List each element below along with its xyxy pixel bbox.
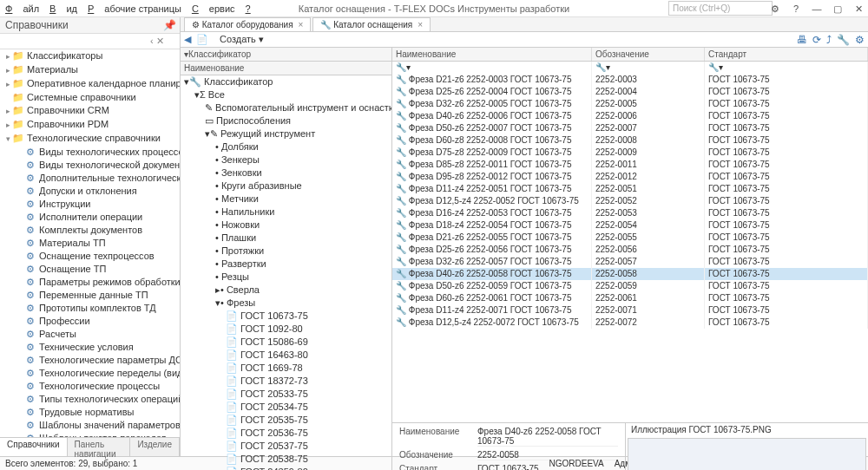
class-node[interactable]: 📄 ГОСТ 20535-75: [181, 414, 391, 427]
grid-row[interactable]: 🔧 Фреза D11-z4 2252-0071 ГОСТ 10673-7522…: [392, 304, 868, 317]
settings-icon[interactable]: ⚙: [769, 3, 781, 15]
tool2-icon[interactable]: ⚙: [855, 34, 865, 46]
tree-node[interactable]: ⚙ Типы технологических операций: [0, 393, 180, 406]
class-node[interactable]: ▾Σ Все: [181, 88, 391, 101]
grid-row[interactable]: 🔧 Фреза D60-z8 2252-0008 ГОСТ 10673-7522…: [392, 134, 868, 147]
doc-tab[interactable]: 🔧 Каталог оснащения×: [312, 17, 431, 31]
grid-row[interactable]: 🔧 Фреза D32-z6 2252-0005 ГОСТ 10673-7522…: [392, 98, 868, 110]
tree-node[interactable]: ⚙ Трудовые нормативы: [0, 406, 180, 419]
grid-col-header[interactable]: Стандарт: [705, 48, 868, 61]
class-node[interactable]: ▾🔧 Классификатор: [181, 75, 391, 88]
left-tab[interactable]: Изделие: [130, 438, 180, 456]
tree-node[interactable]: ⚙ Параметры режимов обработки: [0, 276, 180, 289]
grid-header[interactable]: НаименованиеОбозначениеСтандарт: [392, 48, 868, 62]
tree-node[interactable]: ▸📁 Справочники PDM: [0, 118, 180, 132]
class-node[interactable]: 📄 ГОСТ 20536-75: [181, 427, 391, 440]
class-node[interactable]: 📄 ГОСТ 20538-75: [181, 453, 391, 466]
grid-row[interactable]: 🔧 Фреза D25-z6 2252-0004 ГОСТ 10673-7522…: [392, 86, 868, 98]
class-node[interactable]: 📄 ГОСТ 15086-69: [181, 336, 391, 349]
class-node[interactable]: 📄 ГОСТ 20534-75: [181, 401, 391, 414]
left-tab[interactable]: Справочники: [0, 438, 68, 456]
filter-clear-icon[interactable]: ‹ ✕: [150, 36, 164, 47]
grid-row[interactable]: 🔧 Фреза D75-z8 2252-0009 ГОСТ 10673-7522…: [392, 147, 868, 159]
maximize-icon[interactable]: ▢: [832, 3, 844, 15]
tree-node[interactable]: ▾📁 Технологические справочники: [0, 132, 180, 146]
grid-row[interactable]: 🔧 Фреза D21-z6 2252-0003 ГОСТ 10673-7522…: [392, 74, 868, 86]
tree-node[interactable]: ⚙ Переменные данные ТП: [0, 289, 180, 302]
class-node[interactable]: • Метчики: [181, 193, 391, 206]
tree-node[interactable]: ⚙ Оснащение ТП: [0, 263, 180, 276]
grid-row[interactable]: 🔧 Фреза D11-z4 2252-0051 ГОСТ 10673-7522…: [392, 183, 868, 195]
tree-node[interactable]: ⚙ Технологические процессы: [0, 380, 180, 393]
minimize-icon[interactable]: —: [811, 3, 823, 14]
class-node[interactable]: ▾✎ Режущий инструмент: [181, 127, 391, 140]
grid-row[interactable]: 🔧 Фреза D12,5-z4 2252-0072 ГОСТ 10673-75…: [392, 317, 868, 329]
tree-node[interactable]: ▸📁 Справочники CRM: [0, 104, 180, 118]
tree-node[interactable]: ▸📁 Классификаторы: [0, 49, 180, 63]
class-node[interactable]: • Ножовки: [181, 219, 391, 232]
class-node[interactable]: 📄 ГОСТ 20537-75: [181, 440, 391, 453]
grid-row[interactable]: 🔧 Фреза D95-z8 2252-0012 ГОСТ 10673-7522…: [392, 171, 868, 183]
tool1-icon[interactable]: 🔧: [837, 34, 850, 46]
col-name-header[interactable]: Наименование: [181, 62, 391, 75]
menu-item[interactable]: Сервис: [192, 3, 235, 14]
tree-node[interactable]: ⚙ Комплекты документов: [0, 224, 180, 237]
class-node[interactable]: 📄 ГОСТ 1669-78: [181, 362, 391, 375]
back-icon[interactable]: ◀: [184, 34, 191, 45]
tree-node[interactable]: ⚙ Инструкции: [0, 198, 180, 211]
new-icon[interactable]: 📄: [196, 34, 208, 45]
grid-row[interactable]: 🔧 Фреза D16-z4 2252-0053 ГОСТ 10673-7522…: [392, 207, 868, 219]
menu-item[interactable]: Вид: [49, 3, 77, 14]
grid-row[interactable]: 🔧 Фреза D40-z6 2252-0006 ГОСТ 10673-7522…: [392, 110, 868, 122]
grid-row[interactable]: 🔧 Фреза D50-z6 2252-0059 ГОСТ 10673-7522…: [392, 280, 868, 292]
grid-row[interactable]: 🔧 Фреза D50-z6 2252-0007 ГОСТ 10673-7522…: [392, 122, 868, 134]
grid-row[interactable]: 🔧 Фреза D40-z6 2252-0058 ГОСТ 10673-7522…: [392, 268, 868, 280]
menu-item[interactable]: ?: [246, 3, 261, 14]
close-icon[interactable]: ✕: [852, 3, 865, 15]
tree-node[interactable]: ⚙ Технологические переделы (виды обработ…: [0, 367, 180, 380]
create-button[interactable]: Создать ▾: [214, 32, 270, 47]
tree-node[interactable]: ⚙ Виды технологической документации: [0, 159, 180, 172]
tree-node[interactable]: ⚙ Исполнители операции: [0, 211, 180, 224]
tree-node[interactable]: ⚙ Оснащение техпроцессов: [0, 250, 180, 263]
class-node[interactable]: 📄 ГОСТ 1092-80: [181, 323, 391, 336]
menu-item[interactable]: Файл: [5, 3, 39, 14]
class-node[interactable]: ✎ Вспомогательный инструмент и оснастка: [181, 101, 391, 114]
class-node[interactable]: 📄 ГОСТ 24359-80: [181, 466, 391, 470]
grid-col-header[interactable]: Наименование: [392, 48, 592, 61]
tree-node[interactable]: ⚙ Допуски и отклонения: [0, 185, 180, 198]
tab-close-icon[interactable]: ×: [418, 20, 423, 29]
menu-item[interactable]: Рабочие страницы: [88, 3, 181, 14]
tree-node[interactable]: ▸📁 Оперативное календарное планирование: [0, 77, 180, 91]
tree-node[interactable]: ⚙ Профессии: [0, 315, 180, 328]
filter-input[interactable]: [3, 36, 150, 46]
class-node[interactable]: • Зенкеры: [181, 153, 391, 166]
tree-node[interactable]: ⚙ Расчеты: [0, 328, 180, 341]
class-node[interactable]: 📄 ГОСТ 20533-75: [181, 388, 391, 401]
class-node[interactable]: ▭ Приспособления: [181, 114, 391, 127]
document-tabs[interactable]: ⚙ Каталог оборудования×🔧 Каталог оснащен…: [181, 17, 868, 32]
class-node[interactable]: 📄 ГОСТ 18372-73: [181, 375, 391, 388]
grid-row[interactable]: 🔧 Фреза D12,5-z4 2252-0052 ГОСТ 10673-75…: [392, 195, 868, 207]
tree-node[interactable]: ⚙ Дополнительные технологические парамет…: [0, 172, 180, 185]
grid-row[interactable]: 🔧 Фреза D60-z6 2252-0061 ГОСТ 10673-7522…: [392, 292, 868, 304]
class-node[interactable]: ▾• Фрезы: [181, 297, 391, 310]
tree-node[interactable]: ⚙ Прототипы комплектов ТД: [0, 302, 180, 315]
export-icon[interactable]: ⤴: [826, 34, 832, 46]
tree-node[interactable]: 📁 Системные справочники: [0, 91, 180, 104]
tree-node[interactable]: ⚙ Технологические параметры ДСЕ: [0, 354, 180, 367]
pin-icon[interactable]: 📌: [163, 19, 176, 31]
class-node[interactable]: • Протяжки: [181, 245, 391, 258]
references-tree[interactable]: ▸📁 Классификаторы▸📁 Материалы▸📁 Оператив…: [0, 49, 180, 437]
class-node[interactable]: • Напильники: [181, 206, 391, 219]
class-node[interactable]: • Долбяки: [181, 140, 391, 153]
print-icon[interactable]: 🖶: [797, 34, 807, 46]
class-node[interactable]: • Круги абразивные: [181, 180, 391, 193]
grid-row[interactable]: 🔧 Фреза D25-z6 2252-0056 ГОСТ 10673-7522…: [392, 244, 868, 256]
global-search[interactable]: Поиск (Ctrl+Q): [668, 1, 773, 16]
tree-node[interactable]: ▸📁 Материалы: [0, 63, 180, 77]
illustration-link[interactable]: ГОСТ 10673-75.PNG: [689, 425, 772, 434]
class-node[interactable]: • Плашки: [181, 232, 391, 245]
doc-tab[interactable]: ⚙ Каталог оборудования×: [184, 17, 311, 31]
class-node[interactable]: • Развертки: [181, 258, 391, 271]
